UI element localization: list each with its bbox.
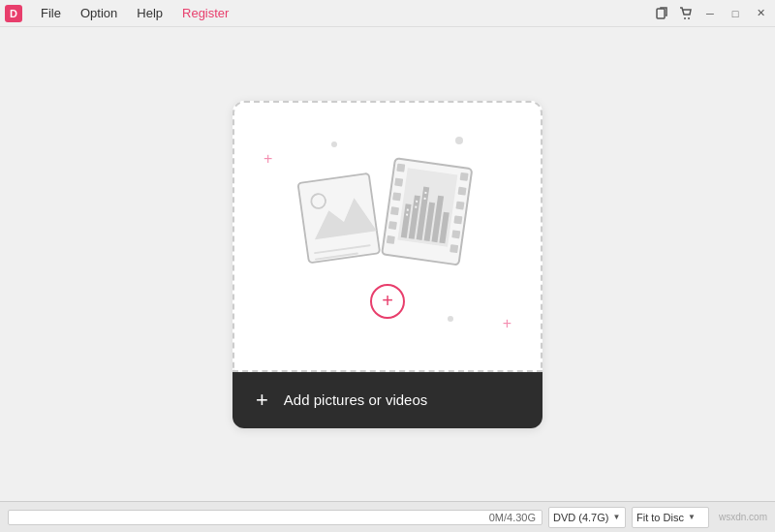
film-icon bbox=[378, 154, 484, 280]
app-logo: D bbox=[4, 4, 23, 23]
add-button-label: Add pictures or videos bbox=[284, 391, 427, 408]
maximize-button[interactable]: □ bbox=[725, 4, 746, 23]
svg-rect-11 bbox=[396, 163, 405, 172]
svg-rect-30 bbox=[407, 208, 409, 210]
add-button-plus-icon: + bbox=[256, 390, 268, 411]
storage-status: 0M/4.30G bbox=[489, 512, 536, 523]
menu-register[interactable]: Register bbox=[172, 2, 238, 24]
svg-text:D: D bbox=[10, 8, 17, 19]
close-button[interactable]: ✕ bbox=[750, 4, 771, 23]
bottom-bar: 0M/4.30G DVD (4.7G) ▼ Fit to Disc ▼ wsxd… bbox=[0, 501, 775, 532]
deco-plus-topleft: + bbox=[264, 151, 272, 167]
menu-file[interactable]: File bbox=[31, 2, 71, 24]
add-media-button[interactable]: + Add pictures or videos bbox=[232, 372, 542, 428]
svg-rect-17 bbox=[460, 172, 469, 180]
disc-type-label: DVD (4.7G) bbox=[553, 512, 608, 523]
deco-plus-bottomright: + bbox=[503, 316, 512, 331]
deco-dot-tl bbox=[331, 141, 337, 147]
fit-mode-select[interactable]: Fit to Disc ▼ bbox=[632, 507, 709, 528]
cart-icon[interactable] bbox=[676, 4, 696, 23]
svg-point-3 bbox=[684, 17, 686, 19]
svg-rect-33 bbox=[415, 205, 417, 207]
disc-type-select[interactable]: DVD (4.7G) ▼ bbox=[548, 507, 626, 528]
deco-dot-tr bbox=[455, 137, 463, 144]
svg-rect-32 bbox=[416, 200, 418, 202]
illustration: + bbox=[291, 154, 484, 329]
svg-rect-15 bbox=[388, 221, 397, 230]
progress-area: 0M/4.30G bbox=[8, 510, 542, 525]
svg-rect-16 bbox=[387, 235, 395, 243]
main-content: + + bbox=[0, 27, 775, 501]
window-controls: ─ □ ✕ bbox=[653, 4, 771, 23]
svg-point-4 bbox=[688, 17, 690, 19]
fit-mode-label: Fit to Disc bbox=[636, 512, 684, 523]
drop-zone-inner: + + bbox=[232, 101, 542, 372]
svg-rect-12 bbox=[394, 177, 403, 186]
watermark-text: wsxdn.com bbox=[719, 512, 767, 522]
svg-rect-21 bbox=[451, 230, 460, 238]
share-icon[interactable] bbox=[653, 4, 672, 23]
svg-rect-20 bbox=[453, 215, 462, 224]
add-plus-circle: + bbox=[370, 284, 405, 319]
menu-option[interactable]: Option bbox=[71, 2, 127, 24]
svg-rect-35 bbox=[423, 197, 425, 199]
svg-rect-22 bbox=[450, 244, 458, 253]
fit-mode-arrow-icon: ▼ bbox=[688, 513, 696, 521]
svg-rect-19 bbox=[455, 201, 464, 209]
titlebar: D File Option Help Register ─ □ ✕ bbox=[0, 0, 775, 27]
menu-bar: File Option Help Register bbox=[31, 2, 238, 24]
svg-rect-2 bbox=[657, 9, 665, 18]
svg-rect-34 bbox=[424, 191, 426, 193]
svg-rect-31 bbox=[406, 213, 408, 215]
svg-rect-14 bbox=[390, 206, 399, 215]
disc-type-arrow-icon: ▼ bbox=[612, 513, 620, 521]
svg-rect-18 bbox=[458, 186, 467, 195]
svg-rect-13 bbox=[392, 192, 401, 201]
minimize-button[interactable]: ─ bbox=[699, 4, 721, 23]
menu-help[interactable]: Help bbox=[127, 2, 172, 24]
drop-zone[interactable]: + + bbox=[232, 101, 542, 428]
